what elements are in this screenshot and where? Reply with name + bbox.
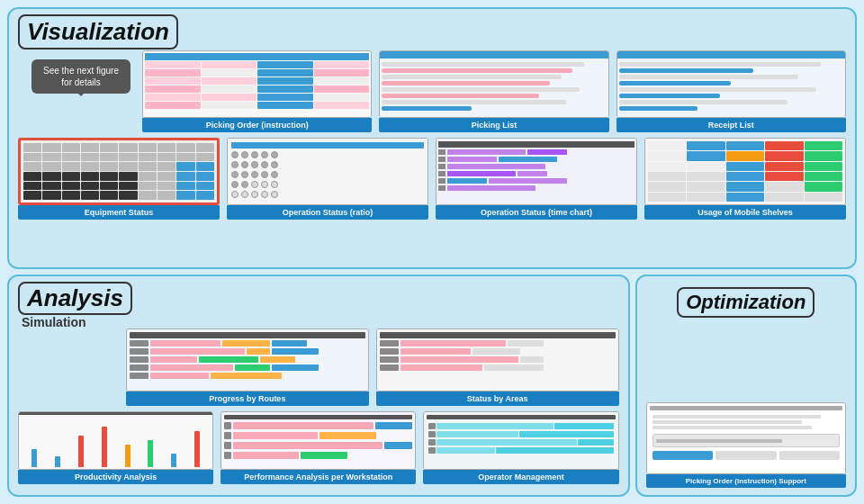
receipt-list-img (616, 50, 846, 118)
optimization-title: Optimization (677, 287, 814, 318)
performance-card[interactable]: Performance Analysis per Workstation (220, 411, 416, 484)
equipment-status-card[interactable]: Equipment Status (18, 138, 220, 220)
op-ratio-img (227, 138, 428, 205)
progress-routes-img (126, 328, 369, 392)
analysis-row-1: Progress by Routes (126, 328, 619, 406)
op-time-card[interactable]: Operation Status (time chart) (436, 138, 637, 220)
equipment-status-img (18, 138, 220, 205)
equipment-status-label: Equipment Status (18, 205, 220, 220)
viz-row-2: Equipment Status (18, 138, 846, 220)
performance-label: Performance Analysis per Workstation (220, 470, 416, 484)
visualization-title: Visualization (18, 14, 178, 50)
tooltip-bubble: See the next figure for details (32, 59, 130, 94)
operator-label: Operator Management (423, 470, 618, 484)
viz-row-1: See the next figure for details (18, 50, 846, 132)
visualization-section: Visualization See the next figure for de… (7, 7, 857, 269)
support-label: Picking Order (instruction) Support (646, 474, 847, 488)
status-areas-img (376, 328, 619, 392)
mobile-shelves-img (644, 138, 846, 205)
productivity-img (18, 411, 213, 470)
mobile-shelves-label: Usage of Mobile Shelves (644, 205, 846, 220)
status-areas-label: Status by Areas (376, 392, 619, 406)
main-container: Visualization See the next figure for de… (0, 0, 864, 504)
receipt-list-card[interactable]: Receipt List (616, 50, 846, 132)
op-time-label: Operation Status (time chart) (436, 205, 637, 220)
picking-order-img (142, 50, 372, 118)
receipt-list-label: Receipt List (616, 118, 846, 132)
optimization-section: Optimization (635, 274, 858, 497)
viz-rows: See the next figure for details (18, 50, 846, 220)
picking-list-img (379, 50, 608, 118)
op-ratio-card[interactable]: Operation Status (ratio) (227, 138, 428, 220)
opt-card[interactable]: Picking Order (instruction) Support (646, 402, 847, 488)
bottom-row: Analysis Simulation (7, 274, 857, 497)
picking-order-label: Picking Order (instruction) (142, 118, 372, 132)
analysis-row-2: Productivity Analysis (18, 411, 619, 484)
progress-routes-label: Progress by Routes (126, 392, 369, 406)
operator-card[interactable]: Operator Management (423, 411, 618, 484)
productivity-card[interactable]: Productivity Analysis (18, 411, 213, 484)
progress-routes-card[interactable]: Progress by Routes (126, 328, 369, 406)
analysis-subtitle: Simulation (22, 315, 132, 329)
op-time-img (436, 138, 637, 205)
productivity-label: Productivity Analysis (18, 470, 213, 484)
analysis-section: Analysis Simulation (7, 274, 630, 497)
status-areas-card[interactable]: Status by Areas (376, 328, 619, 406)
mobile-shelves-card[interactable]: Usage of Mobile Shelves (644, 138, 846, 220)
performance-img (220, 411, 416, 470)
support-img (646, 402, 847, 474)
picking-list-card[interactable]: Picking List (379, 50, 608, 132)
analysis-title: Analysis (18, 282, 132, 315)
picking-list-label: Picking List (379, 118, 608, 132)
op-ratio-label: Operation Status (ratio) (227, 205, 428, 220)
operator-img (423, 411, 618, 470)
analysis-title-group: Analysis Simulation (18, 282, 132, 329)
picking-order-card[interactable]: Picking Order (instruction) (142, 50, 372, 132)
analysis-content: Progress by Routes (18, 328, 619, 488)
